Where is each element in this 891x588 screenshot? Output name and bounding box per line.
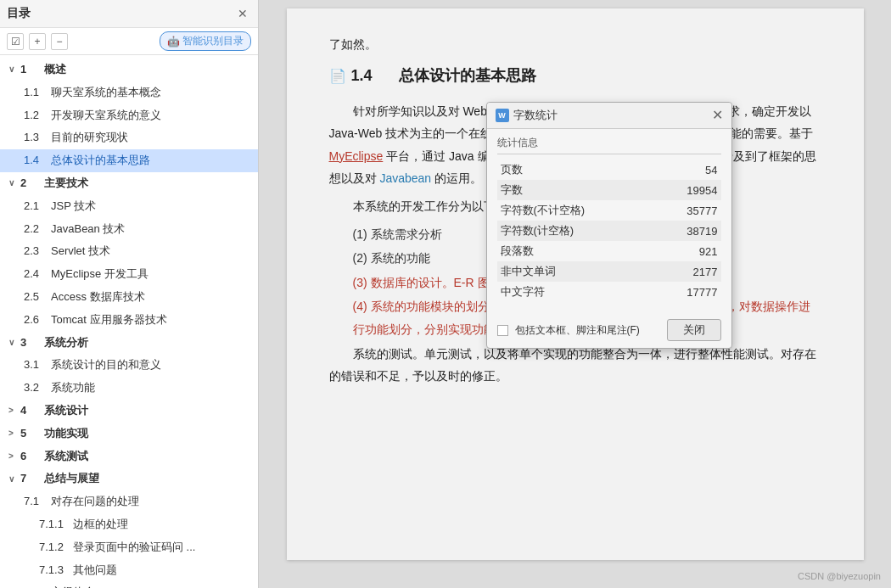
toggle-7: ∨ [8, 473, 20, 486]
toc-num-7-1-1: 7.1.1 [39, 516, 73, 534]
toc-num-6: 6 [20, 448, 44, 466]
toc-label-1-3: 目前的研究现状 [51, 129, 128, 147]
ai-label: 智能识别目录 [182, 34, 244, 48]
toc-label-2-2: JavaBean 技术 [51, 221, 125, 238]
toc-label-5: 功能实现 [44, 425, 88, 443]
toc-item-2-5[interactable]: 2.5 Access 数据库技术 [0, 286, 258, 309]
toc-label-2: 主要技术 [44, 175, 88, 193]
stat-label-6: 中文字符 [497, 282, 656, 302]
toc-num-7-1-3: 7.1.3 [39, 562, 73, 580]
sidebar-header: 目录 ✕ [0, 0, 258, 28]
toc-label-2-4: MyEclipse 开发工具 [51, 266, 148, 283]
toc-item-4[interactable]: > 4 系统设计 [0, 400, 258, 423]
stat-value-1: 19954 [656, 180, 721, 200]
main-content: 了如然。 📄 1.4 总体设计的基本思路 针对所学知识以及对 Web 应用系统的… [259, 0, 891, 588]
dialog-close-button[interactable]: 关闭 [667, 319, 721, 341]
toc-label-6: 系统测试 [44, 448, 88, 466]
toc-num-1-4: 1.4 [24, 152, 51, 170]
toc-label-3-2: 系统功能 [51, 379, 95, 397]
toc-num-1-3: 1.3 [24, 129, 51, 147]
toc-label-1-2: 开发聊天室系统的意义 [51, 107, 161, 125]
stat-value-5: 2177 [656, 261, 721, 282]
toc-label-2-3: Servlet 技术 [51, 243, 110, 260]
toc-item-6[interactable]: > 6 系统测试 [0, 445, 258, 468]
dialog-title-text: 字数统计 [513, 108, 558, 123]
toolbar-checkbox-btn[interactable]: ☑ [7, 33, 24, 50]
stat-label-4: 段落数 [497, 241, 656, 261]
watermark: CSDN @biyezuopin [798, 571, 881, 581]
toc-num-2-4: 2.4 [24, 266, 51, 283]
dialog-footer: 包括文本框、脚注和尾注(F) 关闭 [487, 312, 731, 348]
toggle-6: > [8, 450, 20, 463]
toc-item-2-2[interactable]: 2.2 JavaBean 技术 [0, 218, 258, 241]
toc-item-1-1[interactable]: 1.1 聊天室系统的基本概念 [0, 81, 258, 104]
toc-num-2-1: 2.1 [24, 198, 51, 216]
toggle-5: > [8, 427, 20, 440]
dialog-title-close-button[interactable]: ✕ [712, 109, 723, 122]
toc-item-2-1[interactable]: 2.1 JSP 技术 [0, 195, 258, 218]
stat-label-1: 字数 [497, 180, 656, 200]
toolbar-add-btn[interactable]: + [29, 33, 46, 50]
stat-label-2: 字符数(不计空格) [497, 200, 656, 221]
toc-item-7-1-2[interactable]: 7.1.2 登录页面中的验证码问 ... [0, 536, 258, 559]
toc-item-7-1-3[interactable]: 7.1.3 其他问题 [0, 559, 258, 582]
word-count-dialog: W 字数统计 ✕ 统计信息 页数54字数19954字符数(不计空格)35777字… [486, 102, 732, 349]
include-textbox-checkbox[interactable] [497, 325, 508, 336]
dialog-overlay: W 字数统计 ✕ 统计信息 页数54字数19954字符数(不计空格)35777字… [259, 0, 891, 588]
stat-label-3: 字符数(计空格) [497, 221, 656, 241]
toc-label-7-1-1: 边框的处理 [73, 516, 128, 534]
stat-row-3: 字符数(计空格)38719 [497, 221, 721, 241]
toc-num-1: 1 [20, 61, 44, 79]
toc-item-1-4[interactable]: 1.4 总体设计的基本思路 [0, 149, 258, 172]
toc-item-2[interactable]: ∨ 2 主要技术 [0, 172, 258, 195]
stat-row-0: 页数54 [497, 160, 721, 180]
stat-row-5: 非中文单词2177 [497, 261, 721, 282]
stat-row-6: 中文字符17777 [497, 282, 721, 302]
include-textbox-label: 包括文本框、脚注和尾注(F) [515, 323, 660, 338]
toc-label-2-6: Tomcat 应用服务器技术 [51, 311, 167, 329]
toc-item-2-6[interactable]: 2.6 Tomcat 应用服务器技术 [0, 309, 258, 332]
toc-label-1-1: 聊天室系统的基本概念 [51, 84, 161, 102]
sidebar: 目录 ✕ ☑ + − 🤖 智能识别目录 ∨ 1 概述 1.1 聊天室系统的基本概… [0, 0, 259, 588]
stat-row-1: 字数19954 [497, 180, 721, 200]
stat-label-5: 非中文单词 [497, 261, 656, 282]
stat-label-0: 页数 [497, 160, 656, 180]
toc-tree: ∨ 1 概述 1.1 聊天室系统的基本概念 1.2 开发聊天室系统的意义 1.3… [0, 55, 258, 588]
toc-label-7-2: 心得体会 [51, 584, 95, 588]
toc-item-7-2[interactable]: 7.2 心得体会 [0, 581, 258, 588]
ai-icon: 🤖 [167, 36, 180, 48]
toc-item-3[interactable]: ∨ 3 系统分析 [0, 332, 258, 355]
toc-label-7-1-2: 登录页面中的验证码问 ... [73, 539, 195, 557]
toc-label-1: 概述 [44, 61, 66, 79]
toc-label-2-1: JSP 技术 [51, 198, 96, 216]
dialog-titlebar: W 字数统计 ✕ [487, 103, 731, 129]
stat-row-2: 字符数(不计空格)35777 [497, 200, 721, 221]
toc-item-3-1[interactable]: 3.1 系统设计的目的和意义 [0, 354, 258, 377]
toc-num-2-5: 2.5 [24, 288, 51, 306]
toc-item-2-4[interactable]: 2.4 MyEclipse 开发工具 [0, 263, 258, 286]
toc-item-1[interactable]: ∨ 1 概述 [0, 59, 258, 81]
stat-value-0: 54 [656, 160, 721, 180]
toggle-4: > [8, 404, 20, 417]
stat-value-3: 38719 [656, 221, 721, 241]
dialog-app-icon: W [496, 109, 509, 122]
toc-item-5[interactable]: > 5 功能实现 [0, 423, 258, 445]
toggle-3: ∨ [8, 336, 20, 350]
toc-item-1-3[interactable]: 1.3 目前的研究现状 [0, 126, 258, 149]
toc-num-3-2: 3.2 [24, 379, 51, 397]
toc-item-7-1[interactable]: 7.1 对存在问题的处理 [0, 490, 258, 513]
sidebar-close-button[interactable]: ✕ [234, 5, 251, 22]
ai-recognize-button[interactable]: 🤖 智能识别目录 [160, 31, 251, 51]
toc-item-1-2[interactable]: 1.2 开发聊天室系统的意义 [0, 104, 258, 127]
toc-item-7-1-1[interactable]: 7.1.1 边框的处理 [0, 513, 258, 536]
stat-row-4: 段落数921 [497, 241, 721, 261]
toc-num-2: 2 [20, 175, 44, 193]
toc-item-3-2[interactable]: 3.2 系统功能 [0, 377, 258, 400]
toc-item-2-3[interactable]: 2.3 Servlet 技术 [0, 240, 258, 263]
toc-item-7[interactable]: ∨ 7 总结与展望 [0, 468, 258, 490]
toc-num-2-6: 2.6 [24, 311, 51, 329]
toc-num-7-1-2: 7.1.2 [39, 539, 73, 557]
toolbar-remove-btn[interactable]: − [51, 33, 68, 50]
toc-num-3-1: 3.1 [24, 356, 51, 374]
stat-value-2: 35777 [656, 200, 721, 221]
